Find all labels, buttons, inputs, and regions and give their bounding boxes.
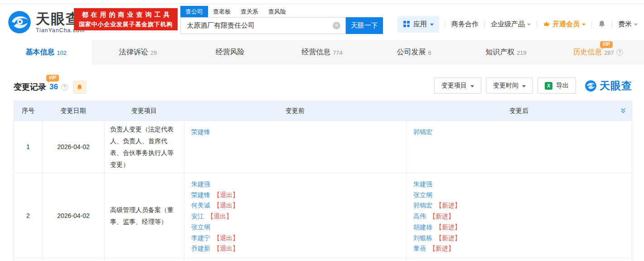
tianyancha-logo[interactable]: 天眼查 TianYanCha.com bbox=[7, 10, 85, 34]
export-button[interactable]: X 导出 bbox=[537, 77, 576, 94]
search-tab[interactable]: 查公司 bbox=[180, 6, 208, 17]
nav-tab-label: 经营信息 bbox=[301, 48, 330, 57]
nav-tab-label: 公司发展 bbox=[397, 48, 426, 57]
menu-divider bbox=[612, 21, 612, 28]
export-label: 导出 bbox=[556, 82, 569, 90]
notification-bell[interactable] bbox=[598, 20, 606, 28]
search-tab[interactable]: 查风险 bbox=[263, 6, 291, 17]
cell-change-item: 负责人变更（法定代表人、负责人、首席代表、合伙事务执行人等变更） bbox=[104, 121, 184, 173]
page: 天眼查 TianYanCha.com 都在用的商业查询工具 国家中小企业发展子基… bbox=[0, 0, 644, 261]
search-button[interactable]: 天眼一下 bbox=[346, 17, 383, 34]
chevron-down-icon bbox=[430, 24, 434, 26]
nav-tab[interactable]: VIP历史信息287? bbox=[552, 40, 644, 65]
person-link[interactable]: 刘银栋 bbox=[413, 234, 432, 242]
search-input[interactable] bbox=[186, 21, 329, 30]
person-link[interactable]: 胡建雄 bbox=[413, 223, 432, 231]
cell-change-item: 高级管理人员备案（董事、监事、经理等） bbox=[104, 173, 184, 258]
nav-tab[interactable]: 基本信息102 bbox=[0, 40, 92, 65]
cell-change-date: 2026-04-02 bbox=[42, 173, 104, 258]
cell-empty bbox=[104, 258, 184, 261]
person-link[interactable]: 郭锦宏 bbox=[413, 128, 432, 135]
table-body: 12026-04-02负责人变更（法定代表人、负责人、首席代表、合伙事务执行人等… bbox=[14, 121, 632, 261]
nav-tab-count: 219 bbox=[517, 49, 527, 56]
menu-enterprise-products[interactable]: 企业级产品 bbox=[491, 20, 531, 29]
search-tab[interactable]: 查老板 bbox=[208, 6, 236, 17]
person-status-tag: 【新进】 bbox=[436, 202, 461, 209]
person-line: 朱建强 bbox=[191, 179, 399, 190]
top-menu: 应用 商务合作 企业级产品 开通会员 费米 bbox=[397, 15, 638, 33]
menu-divider bbox=[591, 21, 592, 28]
menu-open-vip[interactable]: 开通会员 bbox=[543, 20, 586, 29]
person-link[interactable]: 乔建新 bbox=[191, 245, 210, 252]
nav-tab-count: 29 bbox=[150, 49, 157, 56]
bell-icon bbox=[598, 20, 606, 28]
menu-label: 商务合作 bbox=[451, 20, 479, 29]
nav-tab-count: 287 bbox=[604, 49, 614, 56]
person-link[interactable]: 朱建强 bbox=[413, 180, 432, 188]
person-line: 安江【退出】 bbox=[191, 211, 399, 222]
collapse-double-chevron-icon[interactable] bbox=[620, 107, 626, 114]
person-link[interactable]: 高伟 bbox=[413, 213, 426, 220]
cell-empty bbox=[406, 258, 632, 261]
menu-business-cooperation[interactable]: 商务合作 bbox=[451, 20, 479, 29]
filter-change-item-button[interactable]: 变更项目 bbox=[434, 77, 481, 94]
person-link[interactable]: 荣建锋 bbox=[191, 191, 210, 198]
person-status-tag: 【新进】 bbox=[436, 223, 461, 231]
person-link[interactable]: 张立纲 bbox=[413, 191, 432, 198]
search-row: × 天眼一下 bbox=[180, 17, 383, 34]
person-link[interactable]: 朱建强 bbox=[191, 180, 210, 188]
clear-icon[interactable]: × bbox=[333, 22, 340, 29]
nav-tab[interactable]: 法律诉讼29 bbox=[92, 40, 184, 65]
cell-serial: 2 bbox=[14, 173, 42, 258]
person-line: 张立纲 bbox=[191, 222, 399, 233]
user-menu[interactable]: 费米 bbox=[618, 20, 638, 29]
filter-change-time-button[interactable]: 变更时间 bbox=[486, 77, 533, 94]
nav-tab[interactable]: 经营信息774 bbox=[276, 40, 368, 65]
person-status-tag: 【退出】 bbox=[213, 234, 239, 242]
search-tab[interactable]: 查关系 bbox=[236, 6, 263, 17]
nav-tab[interactable]: 经营风险 bbox=[184, 40, 276, 65]
person-link[interactable]: 董蓓 bbox=[413, 245, 426, 252]
section-title: 变更记录 bbox=[14, 82, 46, 92]
subscribe-bell-button[interactable] bbox=[73, 81, 86, 94]
apps-menu[interactable]: 应用 bbox=[397, 16, 439, 33]
person-status-tag: 【新进】 bbox=[429, 213, 455, 220]
person-status-tag: 【退出】 bbox=[213, 202, 239, 209]
top-divider bbox=[0, 4, 644, 4]
person-status-tag: 【退出】 bbox=[213, 245, 239, 252]
person-link[interactable]: 李建宁 bbox=[191, 234, 210, 242]
person-line: 何美诚【退出】 bbox=[191, 200, 399, 211]
search-block: 查公司查老板查关系查风险 × 天眼一下 bbox=[180, 6, 383, 34]
person-link[interactable]: 何美诚 bbox=[191, 202, 210, 209]
excel-icon: X bbox=[545, 82, 552, 90]
person-link[interactable]: 荣建锋 bbox=[191, 128, 210, 135]
chevron-down-icon bbox=[470, 85, 474, 87]
apps-menu-label: 应用 bbox=[413, 20, 427, 29]
section-bar: VIP 变更记录 36 ? 变更项目 变更时间 X 导出 bbox=[14, 74, 632, 95]
person-link[interactable]: 张立纲 bbox=[191, 223, 210, 231]
cell-empty bbox=[42, 258, 104, 261]
promo-line-2: 国家中小企业发展子基金旗下机构 bbox=[74, 20, 178, 29]
info-icon[interactable]: ? bbox=[616, 49, 623, 56]
nav-tab[interactable]: 知识产权219 bbox=[460, 40, 552, 65]
chevron-down-icon bbox=[582, 24, 586, 26]
nav-tab-label: 历史信息 bbox=[573, 48, 602, 57]
nav-tab-label: 法律诉讼 bbox=[119, 48, 148, 57]
column-header: 变更前 bbox=[184, 107, 406, 115]
person-link[interactable]: 安江 bbox=[191, 213, 204, 220]
chevron-down-icon bbox=[522, 85, 526, 87]
person-line: 郭锦宏【新进】 bbox=[413, 200, 625, 211]
cell-before: 荣建锋 bbox=[184, 121, 406, 173]
menu-divider bbox=[537, 21, 537, 28]
menu-divider bbox=[484, 21, 485, 28]
nav-tab[interactable]: 公司发展6 bbox=[368, 40, 460, 65]
person-status-tag: 【新进】 bbox=[429, 245, 455, 252]
person-link[interactable]: 郭锦宏 bbox=[413, 202, 432, 209]
cell-change-date: 2026-04-02 bbox=[42, 121, 104, 173]
table-row: 12026-04-02负责人变更（法定代表人、负责人、首席代表、合伙事务执行人等… bbox=[14, 121, 632, 173]
tianyancha-watermark: 天眼查 bbox=[585, 79, 632, 93]
person-line: 张立纲 bbox=[413, 190, 625, 201]
info-icon[interactable]: ? bbox=[61, 84, 68, 91]
cell-before: 朱建强荣建锋【退出】何美诚【退出】安江【退出】张立纲李建宁【退出】乔建新【退出】 bbox=[184, 173, 406, 258]
column-header: 变更日期 bbox=[42, 107, 104, 115]
